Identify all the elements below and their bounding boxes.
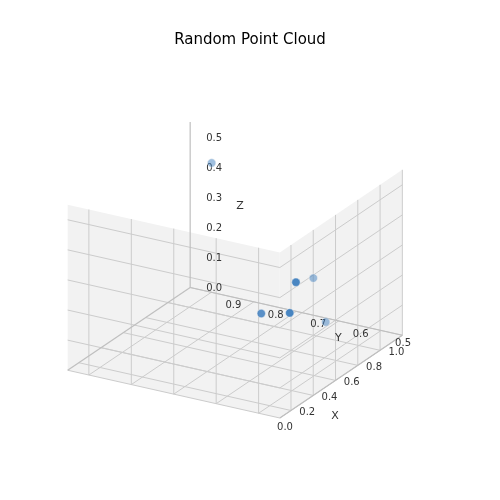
svg-marker-1 — [280, 170, 403, 418]
z-tick: 0.0 — [206, 282, 222, 293]
x-tick: 0.0 — [277, 421, 293, 432]
data-point — [292, 278, 300, 286]
x-tick: 0.8 — [366, 361, 382, 372]
z-axis-label: Z — [236, 199, 244, 212]
y-tick: 0.8 — [268, 309, 284, 320]
z-tick: 0.5 — [206, 132, 222, 143]
data-point — [309, 274, 317, 282]
y-tick: 0.9 — [225, 299, 241, 310]
y-axis-label: Y — [334, 331, 342, 344]
x-tick: 0.4 — [322, 391, 338, 402]
z-tick: 0.3 — [206, 192, 222, 203]
data-point — [207, 159, 215, 167]
x-tick: 0.2 — [299, 406, 315, 417]
z-tick: 0.2 — [206, 222, 222, 233]
data-point — [257, 309, 265, 317]
scatter3d-axes: 0.00.20.40.60.81.00.50.60.70.80.90.00.10… — [0, 0, 500, 500]
data-point — [286, 309, 294, 317]
y-tick: 0.5 — [395, 337, 411, 348]
data-point — [322, 318, 330, 326]
y-tick: 0.6 — [353, 328, 369, 339]
figure: Random Point Cloud 0.00.20.40.60.81.00.5… — [0, 0, 500, 500]
x-tick: 0.6 — [344, 376, 360, 387]
x-axis-label: X — [331, 409, 339, 422]
z-tick: 0.1 — [206, 252, 222, 263]
